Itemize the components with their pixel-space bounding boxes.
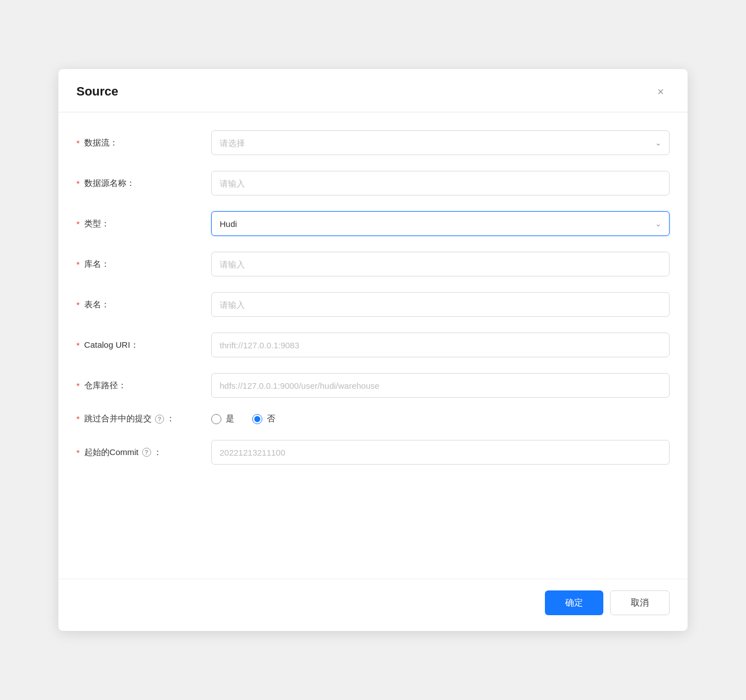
form-row-table-name: * 表名： [76,292,670,317]
help-icon-skip-merge[interactable]: ? [155,415,164,424]
catalog-uri-input[interactable] [211,333,670,357]
form-row-skip-merge: * 跳过合并中的提交 ? ： 是 否 [76,413,670,424]
skip-merge-control: 是 否 [211,413,670,424]
data-flow-select[interactable]: 请选择 [211,130,670,155]
close-button[interactable]: × [652,83,670,101]
radio-yes-text: 是 [226,413,234,424]
db-name-input[interactable] [211,252,670,276]
dialog-header: Source × [58,69,688,112]
datasource-name-input[interactable] [211,171,670,196]
start-commit-input[interactable] [211,440,670,465]
type-control: Hudi ⌄ [211,211,670,236]
radio-no-label[interactable]: 否 [252,413,275,424]
form-row-warehouse-path: * 仓库路径： [76,373,670,398]
form-row-db-name: * 库名： [76,252,670,276]
label-datasource-name: * 数据源名称： [76,178,211,189]
form-row-data-flow: * 数据流： 请选择 ⌄ [76,130,670,155]
help-icon-start-commit[interactable]: ? [142,448,151,457]
form-row-catalog-uri: * Catalog URI： [76,333,670,357]
label-catalog-uri: * Catalog URI： [76,340,211,351]
close-icon: × [657,85,664,98]
radio-no-input[interactable] [252,414,262,424]
label-colon-start-commit: ： [153,447,162,458]
label-data-flow: * 数据流： [76,138,211,148]
warehouse-path-input[interactable] [211,373,670,398]
form-row-start-commit: * 起始的Commit ? ： [76,440,670,465]
required-star-3: * [76,219,80,229]
required-star-8: * [76,414,80,424]
confirm-button[interactable]: 确定 [545,590,603,615]
label-text-db-name: 库名： [84,259,110,270]
label-db-name: * 库名： [76,259,211,270]
label-text-data-flow: 数据流： [84,138,118,148]
start-commit-control [211,440,670,465]
label-text-catalog-uri: Catalog URI： [84,340,139,351]
label-text-start-commit: 起始的Commit [84,447,139,458]
required-star: * [76,138,80,148]
dialog-body: * 数据流： 请选择 ⌄ * 数据源名称： * 类型： [58,112,688,579]
required-star-9: * [76,448,80,457]
label-skip-merge: * 跳过合并中的提交 ? ： [76,413,211,424]
datasource-name-control [211,171,670,196]
radio-group-skip-merge: 是 否 [211,413,670,424]
required-star-5: * [76,300,80,310]
label-text-datasource-name: 数据源名称： [84,178,135,189]
radio-no-text: 否 [267,413,275,424]
form-row-type: * 类型： Hudi ⌄ [76,211,670,236]
warehouse-path-control [211,373,670,398]
dialog-footer: 确定 取消 [58,579,688,631]
data-flow-control: 请选择 ⌄ [211,130,670,155]
label-text-warehouse-path: 仓库路径： [84,380,126,391]
required-star-7: * [76,381,80,390]
label-text-table-name: 表名： [84,299,110,310]
table-name-control [211,292,670,317]
catalog-uri-control [211,333,670,357]
type-select[interactable]: Hudi [211,211,670,236]
radio-yes-label[interactable]: 是 [211,413,234,424]
label-colon-skip-merge: ： [166,413,175,424]
label-warehouse-path: * 仓库路径： [76,380,211,391]
table-name-input[interactable] [211,292,670,317]
required-star-6: * [76,340,80,350]
label-text-type: 类型： [84,219,110,229]
radio-yes-input[interactable] [211,414,221,424]
cancel-button[interactable]: 取消 [610,590,670,615]
required-star-4: * [76,260,80,269]
form-row-datasource-name: * 数据源名称： [76,171,670,196]
label-type: * 类型： [76,219,211,229]
label-text-skip-merge: 跳过合并中的提交 [84,413,152,424]
source-dialog: Source × * 数据流： 请选择 ⌄ * 数据源名称： [58,69,688,631]
dialog-title: Source [76,84,119,99]
label-start-commit: * 起始的Commit ? ： [76,447,211,458]
required-star-2: * [76,179,80,188]
db-name-control [211,252,670,276]
label-table-name: * 表名： [76,299,211,310]
